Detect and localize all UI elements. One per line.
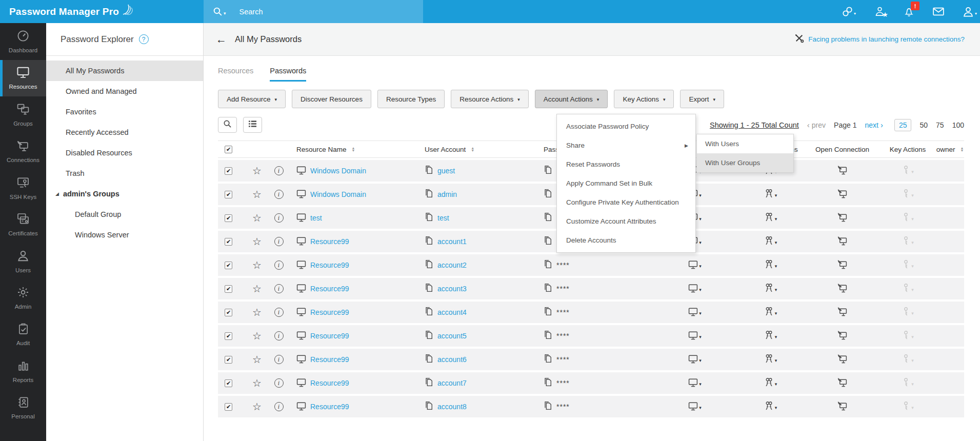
password-copy-icon[interactable] (544, 330, 552, 342)
info-icon[interactable]: i (274, 284, 284, 293)
user-account-link[interactable]: account1 (437, 237, 467, 246)
key-actions-button[interactable]: Key Actions▾ (614, 90, 674, 108)
nav-resources[interactable]: Resources (0, 60, 46, 97)
pagination-summary[interactable]: Showing 1 - 25 Total Count (710, 121, 799, 129)
password-copy-icon[interactable] (544, 189, 552, 200)
key-pair-actions-dropdown[interactable]: ▾ (764, 354, 777, 365)
discover-resources-button[interactable]: Discover Resources (292, 90, 371, 108)
export-button[interactable]: Export▾ (680, 90, 724, 108)
explorer-item-favorites[interactable]: Favorites (46, 102, 203, 122)
open-connection-icon[interactable] (837, 401, 848, 412)
password-actions-dropdown[interactable]: ▾ (688, 260, 702, 271)
connections-link-icon[interactable]: ▾ (842, 6, 856, 17)
info-icon[interactable]: i (274, 378, 284, 388)
row-checkbox[interactable]: ✔ (225, 379, 232, 387)
open-connection-icon[interactable] (837, 259, 848, 271)
menu-item-reset-passwords[interactable]: Reset Passwords (557, 155, 695, 174)
nav-connections[interactable]: Connections (0, 133, 46, 170)
key-pair-actions-dropdown[interactable]: ▾ (764, 307, 777, 318)
user-account-link[interactable]: account5 (437, 332, 467, 340)
resource-name-link[interactable]: Resource99 (310, 379, 349, 387)
menu-item-customize-account-attributes[interactable]: Customize Account Attributes (557, 212, 695, 231)
user-profile-icon[interactable]: ▾ (963, 6, 977, 17)
favorite-star-icon[interactable]: ☆ (252, 259, 262, 271)
nav-groups[interactable]: Groups (0, 96, 46, 133)
info-icon[interactable]: i (274, 308, 284, 317)
favorite-star-icon[interactable]: ☆ (252, 212, 262, 224)
favorite-star-icon[interactable]: ☆ (252, 377, 262, 389)
nav-reports[interactable]: Reports (0, 353, 46, 390)
password-copy-icon[interactable] (544, 259, 552, 271)
menu-item-apply-command-set-in-bulk[interactable]: Apply Command Set in Bulk (557, 174, 695, 193)
row-checkbox[interactable]: ✔ (225, 238, 232, 246)
open-connection-icon[interactable] (837, 307, 848, 318)
help-icon[interactable]: ? (139, 34, 149, 44)
menu-item-associate-password-policy[interactable]: Associate Password Policy (557, 117, 695, 136)
password-copy-icon[interactable] (544, 377, 552, 389)
app-logo[interactable]: Password Manager Pro (0, 0, 204, 23)
resource-types-button[interactable]: Resource Types (377, 90, 445, 108)
favorite-star-icon[interactable]: ☆ (252, 188, 262, 201)
info-icon[interactable]: i (274, 355, 284, 364)
explorer-item-admins-groups[interactable]: ◢ admin's Groups (46, 184, 203, 204)
key-pair-actions-dropdown[interactable]: ▾ (764, 189, 777, 200)
submenu-item-with-user-groups[interactable]: With User Groups (697, 153, 793, 172)
menu-item-delete-accounts[interactable]: Delete Accounts (557, 231, 695, 250)
explorer-item-default-group[interactable]: Default Group (46, 204, 203, 225)
nav-ssh-keys[interactable]: SSH Keys (0, 170, 46, 207)
key-pair-actions-dropdown[interactable]: ▾ (764, 283, 777, 294)
row-checkbox[interactable]: ✔ (225, 262, 232, 269)
user-account-link[interactable]: account3 (437, 285, 467, 293)
key-pair-actions-dropdown[interactable]: ▾ (764, 212, 777, 224)
row-checkbox[interactable]: ✔ (225, 403, 232, 411)
favorite-star-icon[interactable]: ☆ (252, 400, 262, 413)
row-checkbox[interactable]: ✔ (225, 356, 232, 364)
open-connection-icon[interactable] (837, 330, 848, 342)
explorer-item-owned-and-managed[interactable]: Owned and Managed (46, 81, 203, 102)
user-account-link[interactable]: admin (437, 190, 457, 198)
resource-name-link[interactable]: Resource99 (310, 261, 349, 269)
favorite-star-icon[interactable]: ☆ (252, 306, 262, 318)
global-search-input[interactable]: ▾ Search (204, 0, 423, 23)
row-checkbox[interactable]: ✔ (225, 191, 232, 198)
tab-passwords[interactable]: Passwords (270, 67, 306, 82)
explorer-item-all-my-passwords[interactable]: All My Passwords (46, 61, 203, 81)
mail-icon[interactable] (933, 7, 944, 16)
password-actions-dropdown[interactable]: ▾ (688, 378, 702, 389)
search-scope-caret-icon[interactable]: ▾ (224, 11, 226, 16)
info-icon[interactable]: i (274, 237, 284, 246)
password-copy-icon[interactable] (544, 212, 552, 224)
resource-name-link[interactable]: Windows Domain (310, 190, 366, 198)
resource-name-link[interactable]: Resource99 (310, 355, 349, 364)
nav-certificates[interactable]: Certificates (0, 207, 46, 244)
info-icon[interactable]: i (274, 166, 284, 175)
favorite-star-icon[interactable]: ☆ (252, 330, 262, 342)
account-actions-button[interactable]: Account Actions▾ (535, 90, 608, 108)
nav-admin[interactable]: Admin (0, 280, 46, 317)
resource-name-link[interactable]: Resource99 (310, 403, 349, 411)
password-actions-dropdown[interactable]: ▾ (688, 284, 702, 294)
notifications-bell-icon[interactable]: ! (904, 6, 914, 17)
favorite-star-icon[interactable]: ☆ (252, 283, 262, 295)
resource-name-link[interactable]: test (310, 214, 322, 222)
password-copy-icon[interactable] (544, 401, 552, 412)
nav-personal[interactable]: Personal (0, 390, 46, 427)
explorer-item-disabled-resources[interactable]: Disabled Resources (46, 143, 203, 163)
open-connection-icon[interactable] (837, 283, 848, 294)
select-all-checkbox[interactable]: ✔ (225, 146, 232, 153)
submenu-item-with-users[interactable]: With Users (697, 134, 793, 153)
explorer-item-trash[interactable]: Trash (46, 163, 203, 184)
search-icon[interactable] (213, 7, 223, 16)
info-icon[interactable]: i (274, 402, 284, 411)
user-account-link[interactable]: guest (437, 167, 455, 175)
open-connection-icon[interactable] (837, 354, 848, 365)
info-icon[interactable]: i (274, 331, 284, 340)
user-account-link[interactable]: test (437, 214, 449, 222)
key-pair-actions-dropdown[interactable]: ▾ (764, 377, 777, 389)
user-account-link[interactable]: account6 (437, 355, 467, 364)
user-account-link[interactable]: account2 (437, 261, 467, 269)
info-icon[interactable]: i (274, 260, 284, 270)
key-pair-actions-dropdown[interactable]: ▾ (764, 401, 777, 412)
resource-actions-button[interactable]: Resource Actions▾ (451, 90, 529, 108)
favorite-star-icon[interactable]: ☆ (252, 353, 262, 366)
